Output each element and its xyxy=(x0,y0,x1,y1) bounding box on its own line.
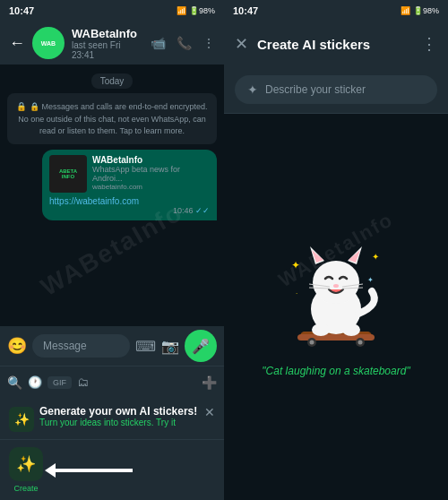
signal-icon: 📶 xyxy=(177,6,186,15)
panel-more-button[interactable]: ⋮ xyxy=(421,34,437,54)
emoji-button[interactable]: 😊 xyxy=(7,336,27,356)
promo-text: Generate your own AI stickers! Turn your… xyxy=(39,405,199,427)
sparkle-icon: ✦ xyxy=(247,82,258,97)
link-text-block: WABetaInfo WhatsApp beta news for Androi… xyxy=(92,155,210,193)
emoji-recent-icon[interactable]: 🕐 xyxy=(28,375,42,389)
svg-point-7 xyxy=(313,261,359,304)
right-battery-icon: 🔋98% xyxy=(413,6,439,15)
right-panel-header: ✕ Create AI stickers ⋮ xyxy=(224,22,448,66)
contact-info: WABetaInfo last seen Fri 23:41 xyxy=(72,27,143,60)
link-thumbnail: ABETAINFO xyxy=(49,155,87,193)
close-panel-button[interactable]: ✕ xyxy=(235,34,248,54)
link-title: WABetaInfo xyxy=(92,155,210,165)
svg-point-4 xyxy=(310,340,314,344)
arrow-line xyxy=(52,469,133,472)
create-sticker-label: Create xyxy=(13,484,38,493)
battery-icon: 🔋98% xyxy=(189,6,215,15)
create-sticker-icon: ✨ xyxy=(9,447,43,481)
link-source: wabetainfo.com xyxy=(92,183,210,191)
gif-button[interactable]: GIF xyxy=(47,376,72,389)
message-time: 10:46 ✓✓ xyxy=(49,206,210,215)
more-options-icon[interactable]: ⋮ xyxy=(202,36,215,50)
right-time: 10:47 xyxy=(233,5,258,16)
video-call-icon[interactable]: 📹 xyxy=(151,36,166,50)
describe-input-wrap: ✦ Describe your sticker xyxy=(224,66,448,114)
voice-call-icon[interactable]: 📞 xyxy=(177,36,192,50)
svg-text:✦: ✦ xyxy=(291,259,300,272)
contact-avatar: WAB xyxy=(32,27,65,59)
contact-status: last seen Fri 23:41 xyxy=(72,40,143,60)
create-sticker-button[interactable]: ✨ Create xyxy=(9,447,43,493)
mic-button[interactable]: 🎤 xyxy=(185,330,217,362)
promo-subtitle: Turn your ideas into stickers. Try it xyxy=(39,418,199,427)
contact-name: WABetaInfo xyxy=(72,27,143,40)
svg-point-5 xyxy=(358,340,363,344)
left-status-bar: 10:47 📶 🔋98% xyxy=(0,0,224,22)
left-panel: WABetaInfo 10:47 📶 🔋98% ← WAB WABetaInfo… xyxy=(0,0,224,500)
sticker-tab-icon[interactable]: 🗂 xyxy=(77,375,89,389)
promo-cta-link[interactable]: Try it xyxy=(156,418,176,427)
svg-point-12 xyxy=(333,284,339,288)
right-signal-icon: 📶 xyxy=(401,6,410,15)
link-subtitle: WhatsApp beta news for Androi... xyxy=(92,165,210,183)
message-input[interactable]: Message xyxy=(32,334,130,358)
keyboard-button[interactable]: ⌨ xyxy=(135,338,156,355)
link-preview: ABETAINFO WABetaInfo WhatsApp beta news … xyxy=(49,155,210,193)
emoji-bar: 🔍 🕐 GIF 🗂 ➕ xyxy=(0,366,224,398)
emoji-search-icon[interactable]: 🔍 xyxy=(7,375,22,390)
panel-title: Create AI stickers xyxy=(257,37,412,52)
sticker-preview-area: ✦ ✦ ✦ · "Cat laughing on a skateboard" xyxy=(224,114,448,500)
back-button[interactable]: ← xyxy=(9,34,25,53)
add-emoji-button[interactable]: ➕ xyxy=(202,375,217,390)
chat-header: ← WAB WABetaInfo last seen Fri 23:41 📹 📞… xyxy=(0,22,224,65)
camera-button[interactable]: 📷 xyxy=(161,338,179,355)
sticker-tray: ✨ Create xyxy=(0,439,224,500)
promo-icon: ✨ xyxy=(9,407,34,432)
describe-input[interactable]: ✦ Describe your sticker xyxy=(235,75,437,104)
promo-title: Generate your own AI stickers! xyxy=(39,405,199,418)
sticker-promo-banner: ✨ Generate your own AI stickers! Turn yo… xyxy=(0,398,224,439)
chat-body: Today 🔒 🔒 Messages and calls are end-to-… xyxy=(0,65,224,326)
lock-icon: 🔒 xyxy=(16,101,27,111)
right-status-bar: 10:47 📶 🔋98% xyxy=(224,0,448,22)
right-status-icons: 📶 🔋98% xyxy=(401,6,439,15)
sticker-caption: "Cat laughing on a skateboard" xyxy=(262,365,409,377)
message-bubble: ABETAINFO WABetaInfo WhatsApp beta news … xyxy=(42,150,217,220)
svg-point-18 xyxy=(342,323,360,336)
svg-text:✦: ✦ xyxy=(367,276,374,284)
svg-point-17 xyxy=(312,323,330,336)
svg-text:✦: ✦ xyxy=(372,252,379,262)
header-actions: 📹 📞 ⋮ xyxy=(151,36,215,50)
read-ticks: ✓✓ xyxy=(195,206,210,215)
promo-close-button[interactable]: ✕ xyxy=(204,405,215,419)
arrow-indicator xyxy=(52,469,215,472)
chat-input-area: 😊 Message ⌨ 📷 🎤 xyxy=(0,326,224,366)
sticker-image: ✦ ✦ ✦ · xyxy=(278,237,394,354)
date-badge: Today xyxy=(7,72,217,88)
describe-placeholder: Describe your sticker xyxy=(265,83,366,96)
link-url[interactable]: https://wabetainfo.com xyxy=(49,196,210,206)
right-panel: WABetaInfo 10:47 📶 🔋98% ✕ Create AI stic… xyxy=(224,0,448,500)
left-time: 10:47 xyxy=(9,5,34,16)
encrypted-notice: 🔒 🔒 Messages and calls are end-to-end en… xyxy=(7,93,217,144)
left-status-icons: 📶 🔋98% xyxy=(177,6,215,15)
svg-text:·: · xyxy=(296,289,297,297)
